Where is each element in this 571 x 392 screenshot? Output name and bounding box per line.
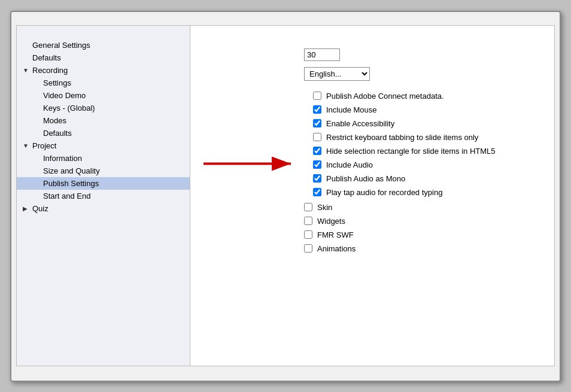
sidebar-item-publish-settings[interactable]: Publish Settings bbox=[17, 177, 190, 190]
sidebar-item-defaults-top[interactable]: Defaults bbox=[17, 51, 190, 64]
sidebar-label-defaults-recording: Defaults bbox=[43, 129, 190, 138]
checkbox-play-tap-audio[interactable] bbox=[313, 188, 321, 196]
checkbox-wrapper-include-mouse: Include Mouse bbox=[208, 105, 536, 114]
sidebar-item-quiz[interactable]: ▶ Quiz bbox=[17, 202, 190, 215]
sidebar-label-general-settings: General Settings bbox=[32, 41, 190, 50]
checkbox-hide-selection[interactable] bbox=[313, 147, 321, 155]
checkbox-row-include-mouse: Include Mouse bbox=[208, 105, 536, 114]
sidebar-item-information[interactable]: Information bbox=[17, 152, 190, 165]
checkbox-label-enable-accessibility: Enable Accessibility bbox=[326, 119, 394, 128]
checkbox-label-hide-selection: Hide selection rectangle for slide items… bbox=[326, 147, 496, 156]
checkbox-wrapper-publish-audio-mono: Publish Audio as Mono bbox=[208, 174, 536, 183]
ext-label-animations: Animations bbox=[317, 244, 356, 253]
tree-toggle-recording[interactable]: ▼ bbox=[23, 67, 32, 74]
ext-checkbox-row-skin: Skin bbox=[304, 203, 356, 212]
sidebar-label-keys-global: Keys - (Global) bbox=[43, 104, 190, 113]
sidebar: General Settings Defaults ▼ Recording Se… bbox=[17, 26, 190, 366]
checkbox-label-restrict-keyboard: Restrict keyboard tabbing to slide items… bbox=[326, 133, 478, 142]
ext-label-fmr-swf: FMR SWF bbox=[317, 230, 354, 239]
tree-toggle-project[interactable]: ▼ bbox=[23, 142, 32, 149]
main-panel: English... Publish Adobe Connect metadat… bbox=[190, 26, 554, 366]
tree-toggle-quiz[interactable]: ▶ bbox=[23, 205, 32, 212]
externalize-label bbox=[208, 203, 304, 253]
sidebar-label-publish-settings: Publish Settings bbox=[43, 179, 190, 188]
sidebar-label-defaults-top: Defaults bbox=[32, 53, 190, 62]
checkbox-row-enable-accessibility: Enable Accessibility bbox=[208, 119, 536, 128]
checkbox-wrapper-publish-adobe-connect: Publish Adobe Connect metadata. bbox=[208, 92, 536, 101]
sidebar-item-recording[interactable]: ▼ Recording bbox=[17, 64, 190, 77]
checkbox-wrapper-enable-accessibility: Enable Accessibility bbox=[208, 119, 536, 128]
checkbox-wrapper-play-tap-audio: Play tap audio for recorded typing bbox=[208, 188, 536, 197]
language-row: English... bbox=[208, 67, 536, 81]
sidebar-label-modes: Modes bbox=[43, 116, 190, 125]
checkbox-include-audio[interactable] bbox=[313, 160, 321, 169]
checkbox-publish-adobe-connect[interactable] bbox=[313, 92, 321, 100]
checkbox-restrict-keyboard[interactable] bbox=[313, 133, 321, 141]
sidebar-item-video-demo[interactable]: Video Demo bbox=[17, 89, 190, 102]
checkbox-publish-audio-mono[interactable] bbox=[313, 174, 321, 183]
ext-checkbox-widgets[interactable] bbox=[304, 217, 312, 225]
ext-label-skin: Skin bbox=[317, 203, 332, 212]
fps-input[interactable] bbox=[304, 48, 340, 61]
checkbox-label-include-mouse: Include Mouse bbox=[326, 105, 377, 114]
fps-row bbox=[208, 48, 536, 61]
sidebar-item-size-and-quality[interactable]: Size and Quality bbox=[17, 165, 190, 177]
externalize-block: Skin Widgets FMR SWF Animations bbox=[208, 203, 536, 253]
language-select[interactable]: English... bbox=[304, 67, 370, 81]
checkbox-label-play-tap-audio: Play tap audio for recorded typing bbox=[326, 188, 442, 197]
ext-checkbox-row-widgets: Widgets bbox=[304, 217, 356, 226]
externalize-checkboxes: Skin Widgets FMR SWF Animations bbox=[304, 203, 356, 253]
ext-checkbox-row-animations: Animations bbox=[304, 244, 356, 253]
checkbox-row-hide-selection: Hide selection rectangle for slide items… bbox=[208, 147, 536, 156]
ext-label-widgets: Widgets bbox=[317, 217, 345, 226]
checkbox-wrapper-include-audio: Include Audio bbox=[208, 160, 536, 169]
sidebar-label-video-demo: Video Demo bbox=[43, 91, 190, 100]
sidebar-label-size-and-quality: Size and Quality bbox=[43, 166, 190, 175]
checkbox-label-publish-audio-mono: Publish Audio as Mono bbox=[326, 174, 405, 183]
sidebar-item-modes[interactable]: Modes bbox=[17, 114, 190, 127]
checkbox-row-publish-adobe-connect: Publish Adobe Connect metadata. bbox=[208, 92, 536, 101]
sidebar-label-recording: Recording bbox=[32, 66, 190, 75]
red-arrow-icon bbox=[202, 155, 298, 173]
sidebar-label-project: Project bbox=[32, 141, 190, 150]
sidebar-item-recording-settings[interactable]: Settings bbox=[17, 77, 190, 89]
checkbox-wrapper-restrict-keyboard: Restrict keyboard tabbing to slide items… bbox=[208, 133, 536, 142]
checkbox-include-mouse[interactable] bbox=[313, 105, 321, 114]
window-title bbox=[16, 17, 555, 19]
sidebar-label-start-and-end: Start and End bbox=[43, 192, 190, 200]
sidebar-label-recording-settings: Settings bbox=[43, 78, 190, 87]
checkbox-label-include-audio: Include Audio bbox=[326, 160, 373, 169]
sidebar-label-quiz: Quiz bbox=[32, 204, 190, 213]
sidebar-item-general-settings[interactable]: General Settings bbox=[17, 39, 190, 51]
sidebar-item-defaults-recording[interactable]: Defaults bbox=[17, 127, 190, 139]
sidebar-item-project[interactable]: ▼ Project bbox=[17, 139, 190, 152]
ext-checkbox-skin[interactable] bbox=[304, 203, 312, 211]
sidebar-item-keys-global[interactable]: Keys - (Global) bbox=[17, 102, 190, 114]
checkbox-row-publish-audio-mono: Publish Audio as Mono bbox=[208, 174, 536, 183]
sidebar-label-information: Information bbox=[43, 154, 190, 163]
checkbox-wrapper-hide-selection: Hide selection rectangle for slide items… bbox=[208, 147, 536, 156]
ext-checkbox-animations[interactable] bbox=[304, 244, 312, 253]
sidebar-heading bbox=[17, 31, 190, 39]
checkbox-label-publish-adobe-connect: Publish Adobe Connect metadata. bbox=[326, 92, 444, 101]
ext-checkbox-fmr-swf[interactable] bbox=[304, 230, 312, 239]
checkbox-row-restrict-keyboard: Restrict keyboard tabbing to slide items… bbox=[208, 133, 536, 142]
checkbox-row-play-tap-audio: Play tap audio for recorded typing bbox=[208, 188, 536, 197]
sidebar-items-container: General Settings Defaults ▼ Recording Se… bbox=[17, 39, 190, 215]
sidebar-item-start-and-end[interactable]: Start and End bbox=[17, 190, 190, 202]
preferences-window: General Settings Defaults ▼ Recording Se… bbox=[10, 11, 561, 382]
checkbox-enable-accessibility[interactable] bbox=[313, 119, 321, 127]
ext-checkbox-row-fmr-swf: FMR SWF bbox=[304, 230, 356, 239]
content-area: General Settings Defaults ▼ Recording Se… bbox=[16, 25, 555, 366]
checkboxes-container: Publish Adobe Connect metadata. Include … bbox=[208, 92, 536, 197]
